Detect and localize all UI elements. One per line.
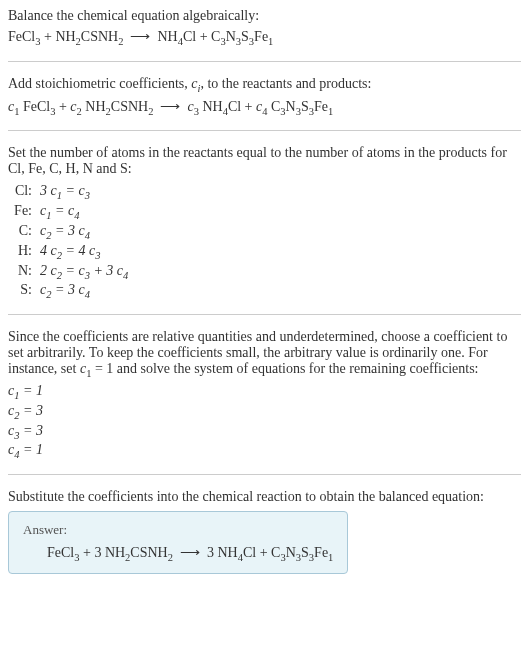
table-row: Cl: 3 c1 = c3 (8, 183, 521, 201)
element-equation: c2 = 3 c4 (40, 282, 90, 300)
element-equation: 3 c1 = c3 (40, 183, 90, 201)
equation: FeCl3 + NH2CSNH2 ⟶ NH4Cl + C3N3S3Fe1 (8, 28, 521, 47)
section-solve: Since the coefficients are relative quan… (8, 329, 521, 460)
table-row: C: c2 = 3 c4 (8, 223, 521, 241)
element-label: Fe: (8, 203, 40, 221)
section-title: Balance the chemical equation algebraica… (8, 8, 521, 24)
coefficient-value: c1 = 1 (8, 383, 521, 401)
answer-box: Answer: FeCl3 + 3 NH2CSNH2 ⟶ 3 NH4Cl + C… (8, 511, 348, 574)
section-title: Set the number of atoms in the reactants… (8, 145, 521, 177)
element-equation: c2 = 3 c4 (40, 223, 90, 241)
element-label: H: (8, 243, 40, 261)
equation: c1 FeCl3 + c2 NH2CSNH2 ⟶ c3 NH4Cl + c4 C… (8, 98, 521, 117)
section-title: Since the coefficients are relative quan… (8, 329, 521, 379)
section-atoms: Set the number of atoms in the reactants… (8, 145, 521, 300)
coefficient-value: c2 = 3 (8, 403, 521, 421)
divider (8, 130, 521, 131)
table-row: Fe: c1 = c4 (8, 203, 521, 221)
element-label: Cl: (8, 183, 40, 201)
section-stoichiometric: Add stoichiometric coefficients, ci, to … (8, 76, 521, 117)
divider (8, 61, 521, 62)
divider (8, 314, 521, 315)
answer-equation: FeCl3 + 3 NH2CSNH2 ⟶ 3 NH4Cl + C3N3S3Fe1 (23, 544, 333, 563)
element-equation: 4 c2 = 4 c3 (40, 243, 100, 261)
table-row: N: 2 c2 = c3 + 3 c4 (8, 263, 521, 281)
section-balance: Balance the chemical equation algebraica… (8, 8, 521, 47)
section-title: Substitute the coefficients into the che… (8, 489, 521, 505)
table-row: S: c2 = 3 c4 (8, 282, 521, 300)
answer-label: Answer: (23, 522, 333, 538)
element-equation: c1 = c4 (40, 203, 79, 221)
element-equation: 2 c2 = c3 + 3 c4 (40, 263, 128, 281)
section-substitute: Substitute the coefficients into the che… (8, 489, 521, 574)
element-label: C: (8, 223, 40, 241)
section-title: Add stoichiometric coefficients, ci, to … (8, 76, 521, 94)
atoms-table: Cl: 3 c1 = c3 Fe: c1 = c4 C: c2 = 3 c4 H… (8, 183, 521, 300)
element-label: N: (8, 263, 40, 281)
element-label: S: (8, 282, 40, 300)
divider (8, 474, 521, 475)
coefficient-value: c3 = 3 (8, 423, 521, 441)
table-row: H: 4 c2 = 4 c3 (8, 243, 521, 261)
coefficient-value: c4 = 1 (8, 442, 521, 460)
